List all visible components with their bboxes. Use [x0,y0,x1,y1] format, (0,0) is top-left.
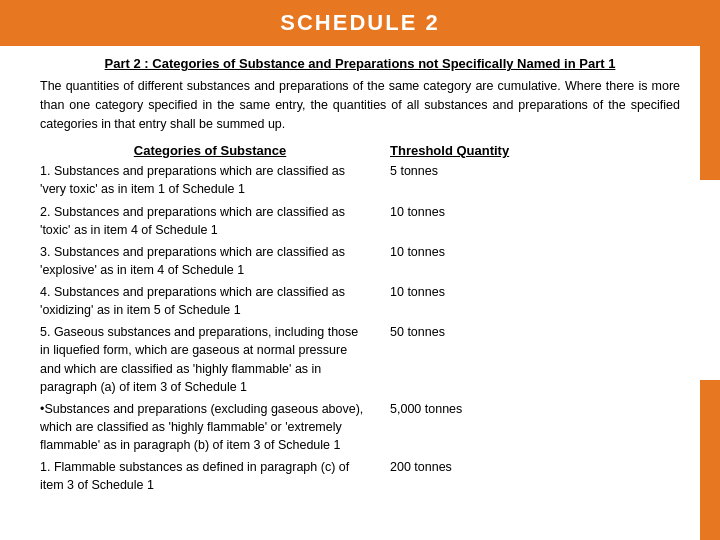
right-bar-bottom [700,380,720,540]
row-category: •Substances and preparations (excluding … [40,400,380,454]
row-category: 1. Substances and preparations which are… [40,162,380,198]
section-subtitle: Part 2 : Categories of Substance and Pre… [40,56,680,71]
table-row: 4. Substances and preparations which are… [40,283,680,319]
table-headers: Categories of Substance Threshold Quanti… [40,143,680,158]
table-row: 1. Substances and preparations which are… [40,162,680,198]
table-section: Categories of Substance Threshold Quanti… [40,143,680,494]
row-quantity: 5 tonnes [380,162,680,180]
row-quantity: 50 tonnes [380,323,680,341]
row-quantity: 10 tonnes [380,243,680,261]
right-bar-top [700,0,720,180]
row-category: 5. Gaseous substances and preparations, … [40,323,380,396]
row-quantity: 10 tonnes [380,283,680,301]
table-rows: 1. Substances and preparations which are… [40,162,680,494]
page-header: SCHEDULE 2 [0,0,720,46]
table-row: 3. Substances and preparations which are… [40,243,680,279]
col-categories-header: Categories of Substance [40,143,380,158]
table-row: 5. Gaseous substances and preparations, … [40,323,680,396]
row-category: 1. Flammable substances as defined in pa… [40,458,380,494]
row-category: 4. Substances and preparations which are… [40,283,380,319]
row-quantity: 10 tonnes [380,203,680,221]
table-row: •Substances and preparations (excluding … [40,400,680,454]
col-threshold-header: Threshold Quantity [380,143,680,158]
content-area: Part 2 : Categories of Substance and Pre… [0,46,720,540]
page-container: SCHEDULE 2 Part 2 : Categories of Substa… [0,0,720,540]
row-quantity: 5,000 tonnes [380,400,680,418]
row-category: 3. Substances and preparations which are… [40,243,380,279]
row-quantity: 200 tonnes [380,458,680,476]
row-category: 2. Substances and preparations which are… [40,203,380,239]
intro-paragraph: The quantities of different substances a… [40,77,680,133]
table-row: 1. Flammable substances as defined in pa… [40,458,680,494]
page-title: SCHEDULE 2 [280,10,439,35]
table-row: 2. Substances and preparations which are… [40,203,680,239]
